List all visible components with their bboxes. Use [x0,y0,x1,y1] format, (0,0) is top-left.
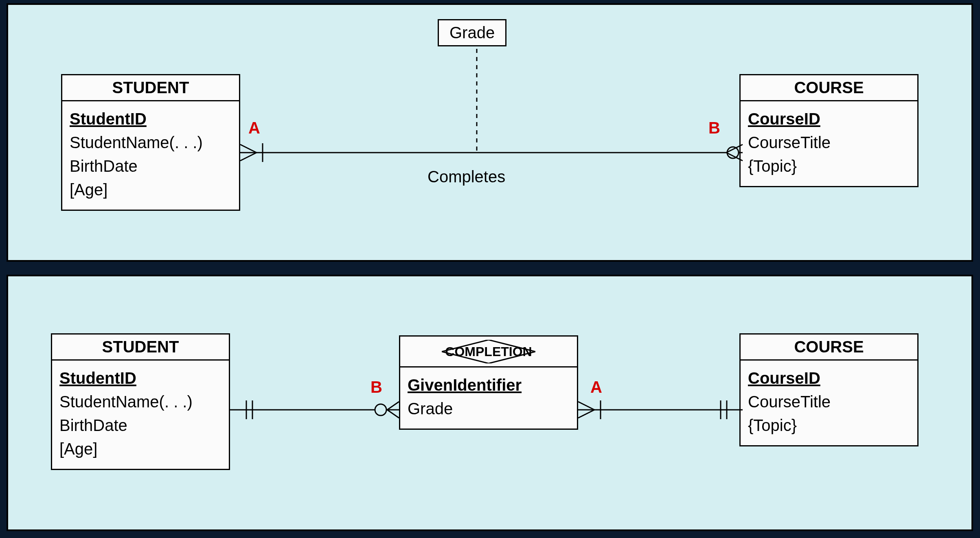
pk-attribute: CourseID [748,107,910,131]
pk-attribute: CourseID [748,366,910,390]
entity-attributes: GivenIdentifier Grade [400,367,577,429]
pk-attribute: StudentID [70,107,232,131]
relationship-label: Completes [428,168,505,186]
entity-title: STUDENT [62,75,239,101]
association-dashed-line [476,49,480,153]
attribute: CourseTitle [748,390,910,413]
attribute: StudentName(. . .) [59,390,221,413]
pk-attribute: StudentID [59,366,221,390]
attribute: [Age] [70,178,232,201]
cardinality-marker-b: B [371,378,382,396]
entity-course: COURSE CourseID CourseTitle {Topic} [739,333,919,446]
relationship-line [240,151,743,155]
attribute: Grade [408,397,570,420]
entity-title: STUDENT [52,335,229,361]
entity-student: STUDENT StudentID StudentName(. . .) Bir… [51,333,230,470]
relationship-line-left [230,409,399,413]
entity-title: COURSE [741,75,917,101]
associative-entity-title: COMPLETION [445,344,532,359]
attribute: {Topic} [748,154,910,178]
associative-entity-header: COMPLETION [400,337,577,367]
diagram-panel-bottom: STUDENT StudentID StudentName(. . .) Bir… [7,275,973,531]
attribute: [Age] [59,437,221,461]
association-attribute-box: Grade [438,19,506,46]
association-attribute-label: Grade [449,24,495,42]
entity-title: COURSE [741,335,917,361]
attribute: BirthDate [70,154,232,178]
pk-attribute: GivenIdentifier [408,373,570,397]
diagram-panel-top: STUDENT StudentID StudentName(. . .) Bir… [7,3,973,262]
cardinality-marker-a: A [590,378,602,396]
attribute: {Topic} [748,413,910,437]
associative-entity-completion: COMPLETION GivenIdentifier Grade [399,335,578,430]
svg-point-8 [375,404,386,416]
relationship-line-right [578,409,743,413]
attribute: StudentName(. . .) [70,131,232,154]
attribute: CourseTitle [748,131,910,154]
attribute: BirthDate [59,413,221,437]
svg-point-2 [727,147,739,158]
entity-attributes: StudentID StudentName(. . .) BirthDate [… [62,101,239,210]
cardinality-marker-b: B [708,119,720,137]
cardinality-marker-a: A [248,119,260,137]
entity-course: COURSE CourseID CourseTitle {Topic} [739,74,919,187]
entity-attributes: StudentID StudentName(. . .) BirthDate [… [52,361,229,469]
entity-attributes: CourseID CourseTitle {Topic} [741,361,917,445]
entity-student: STUDENT StudentID StudentName(. . .) Bir… [61,74,240,211]
entity-attributes: CourseID CourseTitle {Topic} [741,101,917,186]
